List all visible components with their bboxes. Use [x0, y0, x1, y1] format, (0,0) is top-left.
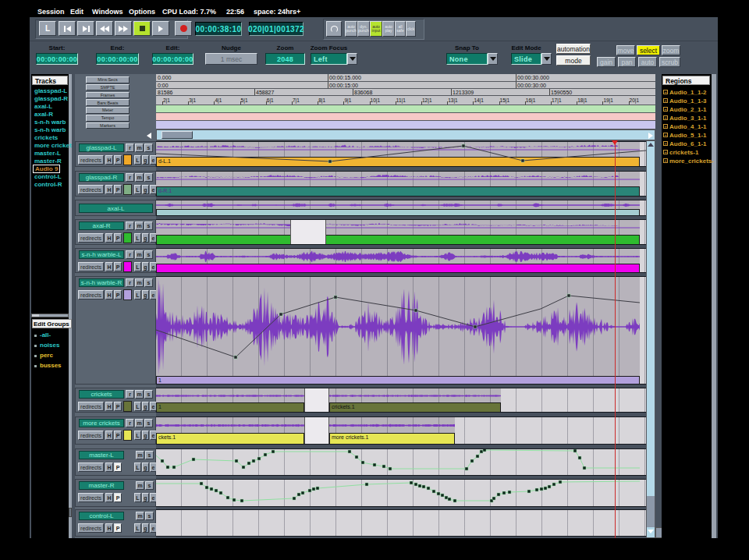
snap-to-select[interactable]: None [446, 53, 488, 65]
m-button[interactable]: m [136, 481, 144, 490]
tool-move-button[interactable]: move [616, 45, 635, 55]
s-button[interactable]: s [144, 278, 153, 287]
track-lane-axal-L[interactable] [156, 200, 646, 216]
l-button[interactable]: L [134, 431, 141, 440]
region-item-Audio-1-1-2[interactable]: +Audio_1_1-2 [663, 88, 707, 96]
sidebar-track-s-n-h-warb[interactable]: s-n-h warb [34, 126, 66, 133]
redirects-button[interactable]: redirects [78, 155, 104, 165]
track-lane-crickets[interactable]: 1crickets.1 [156, 388, 646, 413]
redirects-button[interactable]: redirects [78, 185, 104, 194]
zoom-focus-select[interactable]: Left [311, 53, 347, 65]
track-color-swatch[interactable] [123, 154, 132, 165]
l-button[interactable]: L [134, 290, 141, 299]
h-button[interactable]: H [105, 402, 113, 411]
redirects-button[interactable]: redirects [78, 402, 104, 411]
sidebar-track-control-L[interactable]: control-L [34, 173, 62, 180]
l-button[interactable]: L [134, 262, 141, 271]
region-bar[interactable]: more crickets.1 [329, 433, 455, 445]
menu-edit[interactable]: Edit [70, 8, 83, 16]
mode-click-button[interactable]: click [406, 21, 416, 37]
h-button[interactable]: H [105, 185, 113, 194]
m-button[interactable]: m [135, 390, 144, 399]
tool-select-button[interactable]: select [637, 45, 660, 55]
l-button[interactable]: L [134, 463, 141, 472]
g-button[interactable]: g [142, 402, 149, 411]
track-name[interactable]: master-L [79, 451, 124, 459]
track-lane-glasspad-R[interactable]: d-R.1 [156, 171, 646, 197]
r-button[interactable]: r [126, 250, 134, 259]
track-color-swatch[interactable] [123, 401, 132, 412]
track-name[interactable]: s-n-h warble-R [79, 278, 124, 287]
p-button[interactable]: P [114, 523, 122, 533]
bars-counter[interactable]: 020|01|001372 [249, 22, 304, 36]
track-lane-s-n-h-warble-R[interactable]: 1 [156, 276, 646, 385]
h-button[interactable]: H [105, 262, 113, 271]
r-button[interactable]: r [126, 390, 134, 399]
g-button[interactable]: g [142, 523, 149, 533]
s-button[interactable]: s [144, 390, 153, 399]
transport-skip-end-button[interactable] [77, 21, 94, 36]
region-item-Audio-3-1-1[interactable]: +Audio_3_1-1 [663, 114, 707, 122]
group-item-all[interactable]: -all- [40, 331, 51, 338]
region-item-crickets-1[interactable]: +crickets-1 [663, 148, 698, 156]
track-name[interactable]: glasspad-L [79, 144, 124, 152]
m-button[interactable]: m [135, 419, 144, 427]
v-scroll-up-arrow[interactable] [647, 141, 655, 149]
ruler-toggle-meter[interactable]: Meter [86, 107, 130, 114]
p-button[interactable]: P [114, 402, 122, 411]
s-button[interactable]: s [144, 173, 153, 182]
track-lane-s-n-h-warble-L[interactable] [156, 248, 646, 273]
v-scrollbar[interactable] [646, 140, 655, 538]
mode-auto-input-button[interactable]: autoinput [370, 21, 382, 37]
transport-record-button[interactable] [175, 21, 192, 36]
tool-gain-button[interactable]: gain [597, 57, 616, 67]
automation-button[interactable]: automation [556, 44, 591, 54]
l-button[interactable]: L [134, 185, 141, 194]
region-item-Audio-2-1-1[interactable]: +Audio_2_1-1 [663, 105, 707, 113]
s-button[interactable]: s [144, 144, 153, 152]
v-scroll-down-arrow[interactable] [647, 527, 655, 537]
edit-field[interactable]: 00:00:00:00 [152, 53, 193, 65]
menu-options[interactable]: Options [129, 8, 155, 16]
playhead-marker[interactable] [612, 140, 618, 145]
m-button[interactable]: m [135, 278, 144, 287]
s-button[interactable]: s [144, 222, 153, 230]
ruler-toggle-tempo[interactable]: Tempo [86, 115, 130, 122]
sidebar-track-control-R[interactable]: control-R [34, 181, 62, 188]
track-color-swatch[interactable] [123, 289, 132, 300]
p-button[interactable]: P [114, 431, 122, 440]
track-name[interactable]: crickets [79, 390, 124, 399]
s-button[interactable]: s [144, 419, 153, 427]
m-button[interactable]: m [135, 222, 144, 230]
m-button[interactable]: m [135, 144, 144, 152]
edit-mode-select[interactable]: Slide [511, 53, 541, 65]
tracks-sidebar-scroll-thumb[interactable] [69, 508, 72, 517]
track-lane-master-R[interactable] [156, 479, 646, 507]
sidebar-track-master-L[interactable]: master-L [34, 150, 61, 157]
h-button[interactable]: H [105, 233, 113, 243]
r-button[interactable]: r [126, 173, 134, 182]
group-item-perc[interactable]: perc [40, 352, 53, 359]
h-button[interactable]: H [105, 290, 113, 299]
track-name[interactable]: control-L [79, 512, 124, 520]
transport-rewind-button[interactable] [96, 21, 113, 36]
ruler-mins-secs[interactable]: 0.00000:00:15.00000:00:30.000 [156, 74, 655, 82]
p-button[interactable]: P [114, 185, 122, 194]
mode-button[interactable]: mode [556, 55, 591, 66]
track-color-swatch[interactable] [123, 430, 132, 441]
ruler-smpte[interactable]: 0:0000:00:15:0000:00:30:00 [156, 82, 655, 89]
main-counter[interactable]: 00:00:38:10 [195, 22, 242, 36]
region-bar[interactable]: 1 [156, 402, 304, 413]
l-button[interactable]: L [134, 233, 141, 243]
s-button[interactable]: s [145, 512, 154, 520]
r-button[interactable]: r [126, 144, 134, 152]
region-item-more-crickets-[interactable]: +more_crickets- [663, 157, 714, 165]
track-name[interactable]: master-R [79, 481, 124, 490]
track-color-swatch[interactable] [123, 232, 132, 243]
p-button[interactable]: P [114, 155, 122, 165]
nudge-field[interactable]: 1 msec [205, 53, 257, 65]
transport-fast-forward-button[interactable] [115, 21, 132, 36]
sidebar-track-more-cricket[interactable]: more cricket [34, 142, 72, 149]
regions-scrollbar[interactable] [712, 74, 716, 538]
s-button[interactable]: s [144, 250, 153, 259]
